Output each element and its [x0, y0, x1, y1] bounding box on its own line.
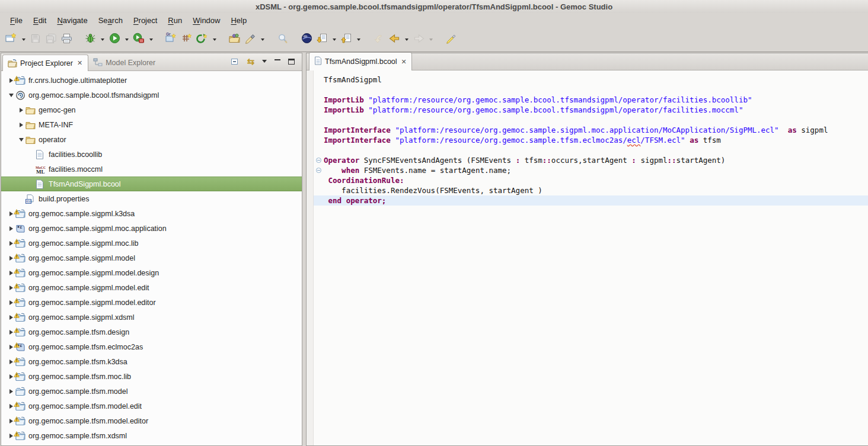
- tree-item[interactable]: operator: [1, 132, 302, 147]
- tree-item[interactable]: Eorg.gemoc.sample.sigpml.moc.application: [1, 221, 302, 236]
- code-line[interactable]: [314, 145, 868, 155]
- code-line[interactable]: end operator;: [314, 195, 868, 206]
- tree-item[interactable]: 010build.properties: [1, 191, 302, 206]
- chevron-right-icon[interactable]: [20, 123, 23, 127]
- code-line[interactable]: when FSMEvents.name = startAgent.name;: [314, 165, 868, 175]
- next-annotation-button[interactable]: [314, 32, 330, 47]
- tree-item[interactable]: facilities.bcoollib: [1, 147, 302, 162]
- tree-item[interactable]: org.gemoc.sample.tfsm.xdsml: [1, 428, 302, 443]
- chevron-down-icon[interactable]: [19, 138, 24, 142]
- menu-project[interactable]: Project: [128, 14, 162, 27]
- menu-navigate[interactable]: Navigate: [52, 14, 92, 27]
- run-history-button[interactable]: [131, 32, 146, 47]
- chevron-right-icon[interactable]: [9, 345, 13, 349]
- new-class-button[interactable]: [194, 32, 210, 47]
- chevron-right-icon[interactable]: [9, 211, 13, 216]
- tree-item[interactable]: org.gemoc.sample.sigpml.xdsml: [1, 310, 302, 325]
- chevron-right-icon[interactable]: [9, 419, 13, 423]
- chevron-right-icon[interactable]: [9, 404, 13, 409]
- tree-item[interactable]: org.gemoc.sample.sigpml.model.editor: [1, 295, 302, 310]
- tree-item[interactable]: org.gemoc.sample.sigpml.model.design: [1, 265, 302, 280]
- code-line[interactable]: [314, 115, 868, 125]
- code-line[interactable]: TfsmAndSigpml: [314, 75, 868, 85]
- code-line[interactable]: ImportLib "platform:/resource/org.gemoc.…: [314, 105, 868, 115]
- previous-annotation-button[interactable]: [339, 32, 354, 47]
- chevron-down-icon[interactable]: [9, 94, 14, 97]
- chevron-right-icon[interactable]: [9, 271, 13, 275]
- tree-item[interactable]: gemoc-gen: [1, 102, 302, 117]
- back-dropdown[interactable]: [402, 32, 411, 47]
- code-line[interactable]: [314, 85, 868, 95]
- chevron-right-icon[interactable]: [9, 434, 13, 438]
- tree-item[interactable]: org.gemoc.sample.sigpml.moc.lib: [1, 236, 302, 251]
- chevron-right-icon[interactable]: [9, 374, 13, 379]
- menu-help[interactable]: Help: [225, 14, 252, 27]
- next-annotation-dropdown[interactable]: [330, 32, 339, 47]
- chevron-right-icon[interactable]: [9, 241, 13, 246]
- tab-project-explorer[interactable]: Project Explorer ✕: [2, 54, 88, 71]
- new-gemoc-project-button[interactable]: Gr: [164, 32, 179, 47]
- code-line[interactable]: Operator SyncFSMEventsAndAgents (FSMEven…: [314, 155, 868, 165]
- new-package-button[interactable]: [179, 32, 194, 47]
- chevron-right-icon[interactable]: [9, 315, 13, 320]
- chevron-right-icon[interactable]: [9, 389, 13, 394]
- tree-item[interactable]: org.gemoc.sample.sigpml.k3dsa: [1, 206, 302, 221]
- annotation-button[interactable]: [242, 32, 258, 47]
- chevron-right-icon[interactable]: [9, 330, 13, 335]
- run-dropdown[interactable]: [122, 32, 131, 47]
- chevron-right-icon[interactable]: [9, 256, 13, 261]
- debug-button[interactable]: [82, 32, 98, 47]
- menu-search[interactable]: Search: [93, 14, 128, 27]
- tree-item[interactable]: fr.cnrs.luchogie.ultimateplotter: [1, 73, 302, 88]
- chevron-right-icon[interactable]: [9, 300, 13, 305]
- tree-item[interactable]: org.gemoc.sample.sigpml.model: [1, 251, 302, 265]
- tree-item[interactable]: org.gemoc.sample.tfsm.model: [1, 384, 302, 399]
- chevron-right-icon[interactable]: [20, 108, 23, 113]
- maximize-icon[interactable]: [288, 59, 295, 65]
- code-line[interactable]: ImportInterface "platform:/resource/org.…: [314, 125, 868, 135]
- search-button[interactable]: [275, 32, 291, 47]
- tree-item[interactable]: org.gemoc.sample.tfsm.model.editor: [1, 413, 302, 428]
- pin-editor-button[interactable]: [443, 32, 459, 47]
- run-history-dropdown[interactable]: [146, 32, 155, 47]
- forward-dropdown[interactable]: [426, 32, 435, 47]
- tree-item[interactable]: MoCCMLfacilities.moccml: [1, 162, 302, 177]
- menu-window[interactable]: Window: [187, 14, 225, 27]
- chevron-right-icon[interactable]: [9, 285, 13, 290]
- previous-annotation-dropdown[interactable]: [354, 32, 363, 47]
- debug-dropdown[interactable]: [98, 32, 107, 47]
- tree-item[interactable]: org.gemoc.sample.tfsm.k3dsa: [1, 354, 302, 369]
- link-with-editor-icon[interactable]: ⇆: [247, 59, 254, 65]
- new-dropdown[interactable]: [19, 32, 28, 47]
- open-element-button[interactable]: [227, 32, 242, 47]
- code-line[interactable]: CoordinationRule:: [314, 175, 868, 185]
- tree-item[interactable]: org.gemoc.sample.tfsm.moc.lib: [1, 369, 302, 384]
- code-line[interactable]: ImportInterface "platform:/resource/org.…: [314, 135, 868, 145]
- tree-item[interactable]: META-INF: [1, 117, 302, 132]
- view-menu-icon[interactable]: [262, 60, 267, 63]
- print-button[interactable]: [59, 32, 74, 47]
- tree-item[interactable]: Eorg.gemoc.sample.tfsm.eclmoc2as: [1, 339, 302, 354]
- chevron-right-icon[interactable]: [9, 226, 13, 231]
- menu-file[interactable]: File: [5, 14, 28, 27]
- tree-item[interactable]: org.gemoc.sample.bcool.tfsmandsigpml: [1, 88, 302, 102]
- new-button[interactable]: [4, 32, 19, 47]
- run-button[interactable]: [107, 32, 122, 47]
- tree-item[interactable]: org.gemoc.sample.tfsm.model.edit: [1, 399, 302, 413]
- chevron-right-icon[interactable]: [9, 78, 13, 83]
- web-browser-button[interactable]: [299, 32, 314, 47]
- tree-item[interactable]: org.gemoc.sample.tfsm.design: [1, 325, 302, 339]
- chevron-right-icon[interactable]: [9, 360, 13, 364]
- code-line[interactable]: ImportLib "platform:/resource/org.gemoc.…: [314, 95, 868, 105]
- code-line[interactable]: facilities.RendezVous(FSMEvents, startAg…: [314, 185, 868, 195]
- tree-item[interactable]: org.gemoc.sample.sigpml.model.edit: [1, 280, 302, 295]
- collapse-all-icon[interactable]: [230, 57, 239, 66]
- menu-run[interactable]: Run: [162, 14, 187, 27]
- editor-tab-tfsmandsigpml[interactable]: TfsmAndSigpml.bcool ✕: [309, 52, 412, 70]
- tree-item[interactable]: TfsmAndSigpml.bcool: [1, 177, 302, 191]
- code-editor[interactable]: TfsmAndSigpmlImportLib "platform:/resour…: [307, 70, 868, 445]
- back-button[interactable]: [387, 32, 402, 47]
- annotation-dropdown[interactable]: [258, 32, 267, 47]
- close-icon[interactable]: ✕: [401, 58, 407, 66]
- close-icon[interactable]: ✕: [77, 59, 82, 67]
